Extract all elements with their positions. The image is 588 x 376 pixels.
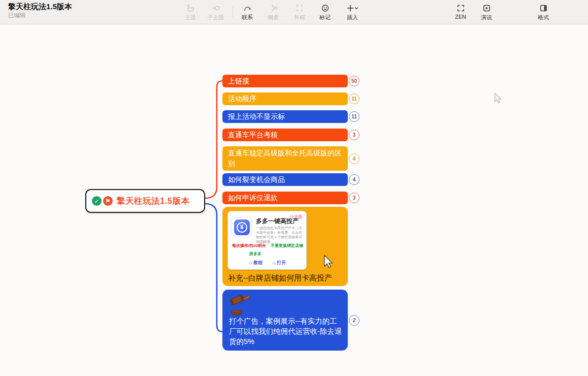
app-version-tag: 计次版 <box>290 214 302 220</box>
toolbar-subtopic-label: 子主题 <box>204 14 228 21</box>
check-marker-icon[interactable]: ✓ <box>92 196 102 206</box>
branch-label: 报上活动不显示标 <box>228 112 285 120</box>
topic-icon <box>178 3 203 13</box>
branch-node[interactable]: 活动顺序 <box>222 92 348 105</box>
branch-label: 上链接 <box>228 77 249 85</box>
home-icon: ⌂ <box>249 260 252 265</box>
supplement-caption: 补充--白牌店铺如何用卡高投产 <box>228 273 332 283</box>
embedded-app-screenshot: ¥ 多多一键高投产 计次版 一键自动化卡高投产开卡（开卡老手必备）全免费，点击去… <box>227 211 307 270</box>
task-count-badge[interactable]: 11 <box>349 111 360 122</box>
task-count-badge[interactable]: 4 <box>349 153 360 164</box>
task-count-badge[interactable]: 4 <box>349 174 360 185</box>
branch-label: 活动顺序 <box>228 95 256 103</box>
gavel-icon <box>229 294 254 316</box>
toolbar-zen-button[interactable]: ZEN <box>448 2 473 23</box>
toolbar-subtopic-button[interactable]: 子主题 <box>204 2 228 23</box>
toolbar-relationship-button[interactable]: 联系 <box>235 2 259 23</box>
app-description: 一键自动化卡高投产开卡（开卡老手必备）全免费，点击去教程即可第十个教程前面有详细… <box>256 226 305 244</box>
toolbar-boundary-button[interactable]: 外框 <box>287 2 312 23</box>
task-count-badge[interactable]: 11 <box>349 93 360 104</box>
summary-icon <box>261 3 285 13</box>
open-button[interactable]: ⌂打开 <box>273 260 286 266</box>
zen-mode-icon <box>448 3 473 13</box>
central-topic-label: 擎天柱玩法1.5版本 <box>117 196 189 207</box>
central-topic-node[interactable]: ✓ ⚑ 擎天柱玩法1.5版本 <box>85 189 205 213</box>
task-count-badge[interactable]: 2 <box>349 315 360 326</box>
ghost-mouse-cursor <box>494 92 503 104</box>
toolbar-topic-label: 主题 <box>178 14 203 21</box>
toolbar-boundary-label: 外框 <box>287 14 312 21</box>
toolbar-insert-button[interactable]: 插入 <box>339 2 366 23</box>
relationship-icon <box>235 3 259 13</box>
tutorial-button[interactable]: ⌂教程 <box>249 260 263 266</box>
toolbar-insert-label: 插入 <box>339 14 366 21</box>
app-logo-tile: ¥ <box>232 217 252 237</box>
play-presentation-icon <box>474 3 499 13</box>
task-count-badge[interactable]: 50 <box>349 76 360 86</box>
toolbar-zen-label: ZEN <box>448 14 473 20</box>
toolbar-format-label: 格式 <box>531 14 556 21</box>
branch-label: 直通车稳定高级版和全托高级版的区别 <box>228 149 342 168</box>
supplement-node[interactable]: ¥ 多多一键高投产 计次版 一键自动化卡高投产开卡（开卡老手必备）全免费，点击去… <box>222 207 348 286</box>
marker-smiley-icon <box>313 3 337 13</box>
app-cost-note: 每次操作/扣20积分 <box>232 243 266 248</box>
toolbar-relationship-label: 联系 <box>235 14 259 21</box>
subtopic-icon <box>204 3 228 13</box>
branch-node[interactable]: 如何申诉仅退款 <box>222 192 348 204</box>
format-panel-icon <box>531 3 556 13</box>
toolbar: 擎天柱玩法1.5版本 已编辑 主题 子主题 联系 概要 外框 <box>0 0 588 24</box>
ad-node-label: 打个广告，案例展示--有实力的工厂可以找我们纯佣代运营收-除去退货的5% <box>229 316 343 347</box>
branch-label: 如何裂变机会商品 <box>228 175 285 183</box>
toolbar-summary-button[interactable]: 概要 <box>261 2 285 23</box>
branch-node[interactable]: 直通车平台考核 <box>222 129 348 141</box>
toolbar-pitch-label: 演说 <box>474 14 499 21</box>
toolbar-divider <box>233 6 233 17</box>
toolbar-marker-button[interactable]: 标记 <box>313 2 337 23</box>
insert-plus-icon <box>339 3 366 13</box>
ad-node[interactable]: 打个广告，案例展示--有实力的工厂可以找我们纯佣代运营收-除去退货的5% <box>222 290 348 351</box>
branch-node[interactable]: 直通车稳定高级版和全托高级版的区别 <box>222 146 348 171</box>
branch-label: 直通车平台考核 <box>228 131 278 139</box>
branch-node[interactable]: 报上活动不显示标 <box>222 110 348 123</box>
branch-label: 如何申诉仅退款 <box>228 194 278 202</box>
app-logo-icon: ¥ <box>234 220 250 235</box>
document-meta: 擎天柱玩法1.5版本 已编辑 <box>8 2 72 19</box>
toolbar-marker-label: 标记 <box>313 14 337 21</box>
app-warning-note: 不要更换绑定店铺 <box>271 243 303 248</box>
document-status: 已编辑 <box>8 12 72 19</box>
branch-node[interactable]: 如何裂变机会商品 <box>222 173 348 186</box>
flag-marker-icon[interactable]: ⚑ <box>103 196 113 206</box>
home-icon: ⌂ <box>273 260 276 265</box>
task-count-badge[interactable]: 3 <box>349 193 360 203</box>
toolbar-format-button[interactable]: 格式 <box>531 2 556 23</box>
boundary-icon <box>287 3 312 13</box>
toolbar-summary-label: 概要 <box>261 14 285 21</box>
mindmap-canvas[interactable]: ✓ ⚑ 擎天柱玩法1.5版本 上链接 活动顺序 报上活动不显示标 直通车平台考核… <box>0 24 588 376</box>
toolbar-topic-button[interactable]: 主题 <box>178 2 203 23</box>
app-platform-label: 拼多多 <box>249 251 262 257</box>
toolbar-pitch-button[interactable]: 演说 <box>474 2 499 23</box>
document-title: 擎天柱玩法1.5版本 <box>8 2 72 12</box>
branch-node[interactable]: 上链接 <box>222 75 348 87</box>
task-count-badge[interactable]: 3 <box>349 130 360 140</box>
